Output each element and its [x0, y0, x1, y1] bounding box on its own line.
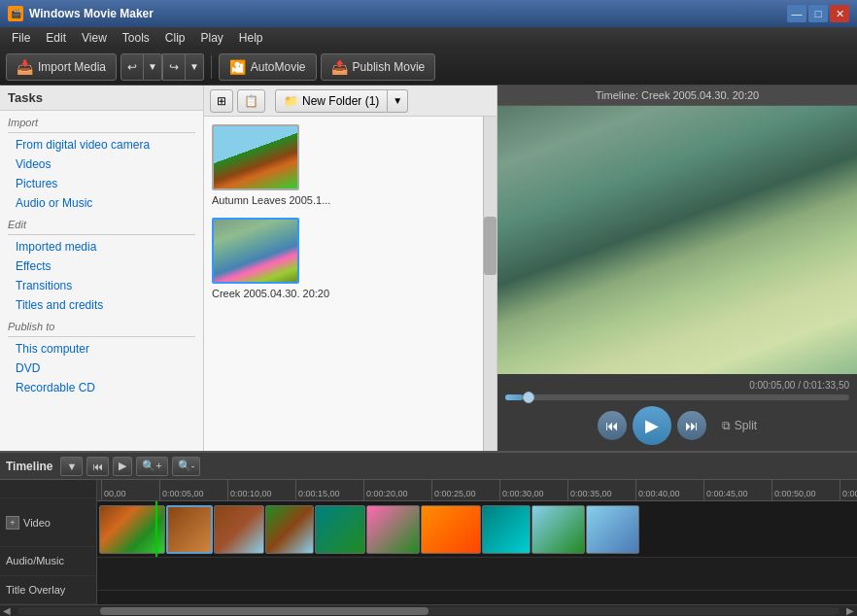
media-scrollbar-thumb[interactable] [484, 217, 497, 275]
preview-play-button[interactable]: ▶ [633, 406, 671, 445]
scrollbar-thumb[interactable] [100, 607, 428, 615]
redo-dropdown[interactable]: ▼ [186, 53, 204, 81]
media-thumb-autumn[interactable] [212, 124, 299, 190]
sidebar-link-digital-camera[interactable]: From digital video camera [0, 135, 203, 154]
sidebar-link-imported-media[interactable]: Imported media [0, 237, 203, 257]
title-overlay-track [97, 591, 857, 604]
ruler-mark: 00,00 [101, 480, 159, 500]
sidebar-link-recordable-cd[interactable]: Recordable CD [0, 378, 203, 397]
sidebar-link-audio[interactable]: Audio or Music [0, 193, 203, 213]
video-clip[interactable] [265, 505, 314, 554]
video-clip[interactable] [531, 505, 585, 554]
menu-view[interactable]: View [74, 29, 115, 47]
preview-time: 0:00:05,00 / 0:01:33,50 [505, 380, 849, 391]
sidebar-link-dvd[interactable]: DVD [0, 359, 203, 378]
import-icon: 📥 [17, 59, 33, 75]
title-bar-controls: — □ ✕ [787, 5, 849, 22]
video-clips [97, 501, 641, 557]
minimize-button[interactable]: — [787, 5, 806, 22]
new-folder-label: New Folder (1) [302, 94, 379, 108]
automovie-button[interactable]: 🎦 AutoMovie [219, 53, 317, 81]
timeline-area: Timeline ▼ ⏮ ▶ 🔍+ 🔍- + Video Audio/Music… [0, 451, 857, 616]
new-folder-button[interactable]: 📁 New Folder (1) [275, 89, 388, 113]
video-clip[interactable] [315, 505, 365, 554]
undo-button[interactable]: ↩ [120, 53, 144, 81]
view-thumbnails-button[interactable]: ⊞ [210, 89, 233, 113]
video-clip[interactable] [586, 505, 639, 554]
main-content: Tasks Import From digital video camera V… [0, 86, 857, 451]
menu-file[interactable]: File [4, 29, 38, 47]
ruler-mark: 0:00:15,00 [295, 480, 363, 500]
scrollbar-track [17, 607, 840, 615]
scrollbar-right-button[interactable]: ▶ [843, 605, 857, 616]
menu-play[interactable]: Play [193, 29, 231, 47]
media-scrollbar[interactable] [483, 117, 497, 451]
ruler-mark: 0:00:05,00 [159, 480, 227, 500]
video-clip[interactable] [366, 505, 420, 554]
menu-help[interactable]: Help [231, 29, 271, 47]
close-button[interactable]: ✕ [830, 5, 849, 22]
timeline-dropdown-button[interactable]: ▼ [60, 457, 83, 476]
media-thumb-creek[interactable] [212, 218, 299, 284]
publish-divider [8, 336, 195, 337]
publish-icon: 📤 [331, 59, 348, 75]
maximize-button[interactable]: □ [808, 5, 828, 22]
video-track [97, 501, 857, 558]
ruler-mark: 0:00:35,00 [567, 480, 635, 500]
sidebar-link-titles[interactable]: Titles and credits [0, 295, 203, 315]
video-track-label: + Video [0, 498, 96, 547]
publish-movie-button[interactable]: 📤 Publish Movie [321, 53, 436, 81]
preview-prev-button[interactable]: ⏮ [598, 411, 627, 440]
view-details-button[interactable]: 📋 [237, 89, 265, 113]
video-expand-button[interactable]: + [6, 516, 19, 530]
import-media-button[interactable]: 📥 Import Media [6, 53, 117, 81]
playhead [155, 501, 157, 557]
timeline-zoom-in-button[interactable]: 🔍+ [136, 457, 167, 476]
redo-button[interactable]: ↪ [162, 53, 186, 81]
sidebar-link-transitions[interactable]: Transitions [0, 276, 203, 295]
timeline-zoom-out-button[interactable]: 🔍- [172, 457, 201, 476]
preview-split-button[interactable]: ⧉ Split [722, 419, 757, 432]
ruler-mark: 0:00:25,00 [431, 480, 499, 500]
ruler-mark: 0:00:30,00 [499, 480, 567, 500]
audio-track-label: Audio/Music [0, 547, 96, 575]
video-clip[interactable] [421, 505, 481, 554]
app-title: Windows Movie Maker [29, 7, 154, 20]
media-toolbar: ⊞ 📋 📁 New Folder (1) ▼ [204, 86, 497, 117]
video-clip[interactable] [166, 505, 213, 554]
menu-edit[interactable]: Edit [38, 29, 74, 47]
timeline-play-button[interactable]: ▶ [113, 457, 132, 476]
timeline-tracks: 00,00 0:00:05,00 0:00:10,00 0:00:15,00 0… [97, 480, 857, 604]
menu-clip[interactable]: Clip [157, 29, 193, 47]
video-clip[interactable] [482, 505, 531, 554]
scrollbar-left-button[interactable]: ◀ [0, 605, 14, 616]
menu-tools[interactable]: Tools [115, 29, 157, 47]
preview-progress-fill [505, 394, 523, 400]
sidebar-section-import-title: Import [0, 111, 203, 130]
undo-dropdown[interactable]: ▼ [144, 53, 162, 81]
track-labels: + Video Audio/Music Title Overlay [0, 480, 97, 604]
preview-controls: 0:00:05,00 / 0:01:33,50 ⏮ ▶ ⏭ ⧉ Split [497, 374, 857, 451]
ruler-mark: 0:00:45,00 [703, 480, 771, 500]
folder-icon: 📁 [284, 94, 298, 108]
preview-panel: Timeline: Creek 2005.04.30. 20:20 0:00:0… [497, 86, 857, 451]
video-clip[interactable] [214, 505, 264, 554]
sidebar-link-effects[interactable]: Effects [0, 257, 203, 276]
preview-next-button[interactable]: ⏭ [677, 411, 706, 440]
sidebar-link-pictures[interactable]: Pictures [0, 174, 203, 193]
sidebar-header: Tasks [0, 86, 203, 111]
thumbnail-creek [214, 220, 297, 282]
new-folder-dropdown[interactable]: ▼ [388, 89, 408, 113]
title-bar: 🎬 Windows Movie Maker — □ ✕ [0, 0, 857, 27]
timeline-content: + Video Audio/Music Title Overlay 00,00 … [0, 480, 857, 604]
audio-track [97, 558, 857, 591]
timeline-start-button[interactable]: ⏮ [86, 457, 109, 476]
preview-image [497, 106, 857, 374]
timeline-scrollbar: ◀ ▶ [0, 604, 857, 616]
sidebar-link-videos[interactable]: Videos [0, 154, 203, 174]
preview-progress-bar[interactable] [505, 394, 849, 400]
preview-progress-thumb[interactable] [523, 392, 534, 403]
list-item: Autumn Leaves 2005.1... [212, 124, 489, 206]
timeline-ruler: 00,00 0:00:05,00 0:00:10,00 0:00:15,00 0… [97, 480, 857, 501]
sidebar-link-this-computer[interactable]: This computer [0, 339, 203, 359]
